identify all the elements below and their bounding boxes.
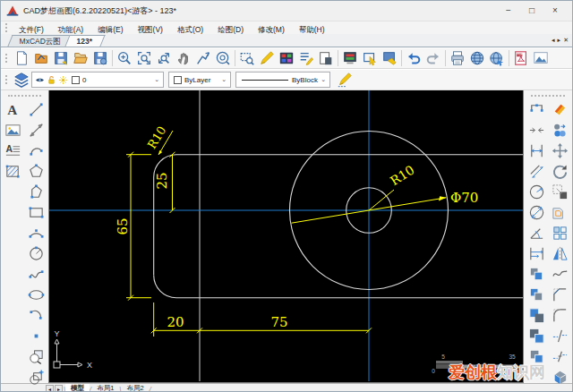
plate-outline[interactable] xyxy=(154,155,523,298)
color-palette-icon[interactable] xyxy=(277,48,296,68)
new-file-icon[interactable] xyxy=(12,48,31,68)
chevron-down-icon[interactable]: ⌄ xyxy=(319,76,328,83)
clean-brush-icon[interactable] xyxy=(380,48,399,68)
line-icon[interactable] xyxy=(27,99,47,119)
dim-diameter-icon[interactable] xyxy=(526,202,546,222)
pan-icon[interactable] xyxy=(174,48,193,68)
display-settings-icon[interactable] xyxy=(340,48,360,68)
chamfer-icon[interactable] xyxy=(550,285,569,304)
minimize-button[interactable]: − xyxy=(497,4,520,18)
array-icon[interactable] xyxy=(550,223,569,243)
zoom-extents-icon[interactable] xyxy=(154,48,174,68)
ellipse-icon[interactable] xyxy=(27,285,47,304)
text-style-icon[interactable] xyxy=(296,48,316,68)
arc-segment-icon[interactable] xyxy=(27,141,47,160)
arc-open-icon[interactable] xyxy=(27,305,47,325)
draw-sketch-icon[interactable] xyxy=(257,48,277,68)
layout-tab-布局2[interactable]: 布局2 xyxy=(121,384,149,392)
menu-编辑(E)[interactable]: 编辑(E) xyxy=(90,25,130,34)
web-publish-icon[interactable] xyxy=(467,48,487,68)
offset-icon[interactable] xyxy=(550,202,569,222)
redo-icon[interactable] xyxy=(423,48,443,68)
layer-visibility-icon[interactable] xyxy=(35,75,45,85)
copy-overlap-4-icon[interactable] xyxy=(526,326,546,345)
circle-icon[interactable] xyxy=(27,243,47,263)
construction-line-icon[interactable] xyxy=(27,120,47,140)
point-icon[interactable] xyxy=(27,326,47,345)
copy-overlap-1-icon[interactable] xyxy=(526,264,546,284)
dim-aligned-icon[interactable] xyxy=(526,161,546,181)
document-tab-MxCAD云图[interactable]: MxCAD云图 xyxy=(7,35,73,47)
chevron-down-icon[interactable]: ⌄ xyxy=(152,76,161,83)
save-icon[interactable] xyxy=(51,48,71,68)
open-drawing-icon[interactable] xyxy=(31,48,51,68)
spline-icon[interactable] xyxy=(27,264,47,284)
undo-icon[interactable] xyxy=(404,48,423,68)
polyline-edit-icon[interactable] xyxy=(526,99,546,119)
insert-block-icon[interactable] xyxy=(27,346,47,366)
dim-radius-icon[interactable] xyxy=(526,182,546,201)
rectangle-icon[interactable] xyxy=(27,202,47,222)
layout-prev-icon[interactable]: ◂ xyxy=(46,385,54,392)
copy-icon[interactable] xyxy=(550,120,569,140)
erase-icon[interactable] xyxy=(550,99,569,119)
break-at-point-icon[interactable] xyxy=(550,326,569,345)
tab-close-icon[interactable]: ✕ xyxy=(563,36,569,45)
rotate-icon[interactable] xyxy=(550,161,569,181)
mtext-icon[interactable]: A xyxy=(4,141,23,160)
menu-绘图(D)[interactable]: 绘图(D) xyxy=(210,25,251,34)
menu-视图(V)[interactable]: 视图(V) xyxy=(131,25,170,34)
scale-icon[interactable] xyxy=(550,182,569,201)
select-objects-icon[interactable] xyxy=(360,48,380,68)
spline-fit-icon[interactable] xyxy=(550,264,569,284)
layout-tab-模型[interactable]: 模型 xyxy=(65,384,90,392)
layer-unlock-icon[interactable] xyxy=(47,75,56,85)
open-folder-icon[interactable] xyxy=(71,48,90,68)
menu-文件(F)[interactable]: 文件(F) xyxy=(12,25,51,34)
print-icon[interactable] xyxy=(448,48,467,68)
web-share-icon[interactable] xyxy=(487,48,507,68)
pentagon-icon[interactable] xyxy=(27,161,47,181)
page-setup-icon[interactable] xyxy=(316,48,336,68)
make-block-icon[interactable] xyxy=(27,367,47,387)
color-dropdown[interactable]: ByLayer ⌄ xyxy=(168,72,231,88)
hatch-icon[interactable] xyxy=(4,161,23,181)
zoom-dynamic-icon[interactable] xyxy=(193,48,213,68)
mirror-icon[interactable] xyxy=(550,243,569,263)
tab-scroll-left-icon[interactable]: ◂ xyxy=(552,36,555,45)
insert-image-icon[interactable] xyxy=(531,48,551,68)
layer-dropdown[interactable]: 0 ⌄ xyxy=(31,72,164,88)
layout-next-icon[interactable]: ▸ xyxy=(55,385,63,392)
break-icon[interactable] xyxy=(550,346,569,366)
image-icon[interactable] xyxy=(4,120,23,140)
layers-icon[interactable] xyxy=(12,70,31,89)
menu-帮助(H)[interactable]: 帮助(H) xyxy=(292,25,332,34)
tab-scroll-right-icon[interactable]: ▸ xyxy=(558,36,561,45)
text-icon[interactable]: A xyxy=(4,99,23,119)
regen-icon[interactable] xyxy=(213,48,233,68)
fillet-icon[interactable] xyxy=(550,305,569,325)
chevron-down-icon[interactable]: ⌄ xyxy=(219,76,228,83)
zoom-window-icon[interactable] xyxy=(134,48,154,68)
polygon-icon[interactable] xyxy=(27,182,47,201)
named-view-icon[interactable] xyxy=(237,48,257,68)
box-3d-icon[interactable] xyxy=(550,367,569,387)
maximize-button[interactable]: □ xyxy=(520,4,543,18)
document-tab-123*[interactable]: 123* xyxy=(65,35,106,47)
menu-修改(M)[interactable]: 修改(M) xyxy=(251,25,292,34)
draw-pencil-icon[interactable] xyxy=(335,70,355,89)
trim-icon[interactable] xyxy=(526,120,546,140)
arc-icon[interactable] xyxy=(27,223,47,243)
zoom-in-icon[interactable] xyxy=(115,48,134,68)
copy-overlap-2-icon[interactable] xyxy=(526,285,546,304)
layer-freeze-icon[interactable] xyxy=(58,75,68,85)
drawing-canvas[interactable]: 65 25 R10 20 75 R10 Φ70 5 35 0 xyxy=(48,90,524,383)
layout-tab-布局1[interactable]: 布局1 xyxy=(91,384,119,392)
menu-格式(O)[interactable]: 格式(O) xyxy=(170,25,210,34)
close-button[interactable]: × xyxy=(543,4,567,18)
menu-功能(A)[interactable]: 功能(A) xyxy=(51,25,90,34)
dim-angular-icon[interactable] xyxy=(526,223,546,243)
save-as-icon[interactable] xyxy=(90,48,110,68)
pdf-export-icon[interactable]: PDF xyxy=(511,48,531,68)
move-icon[interactable] xyxy=(550,141,569,160)
